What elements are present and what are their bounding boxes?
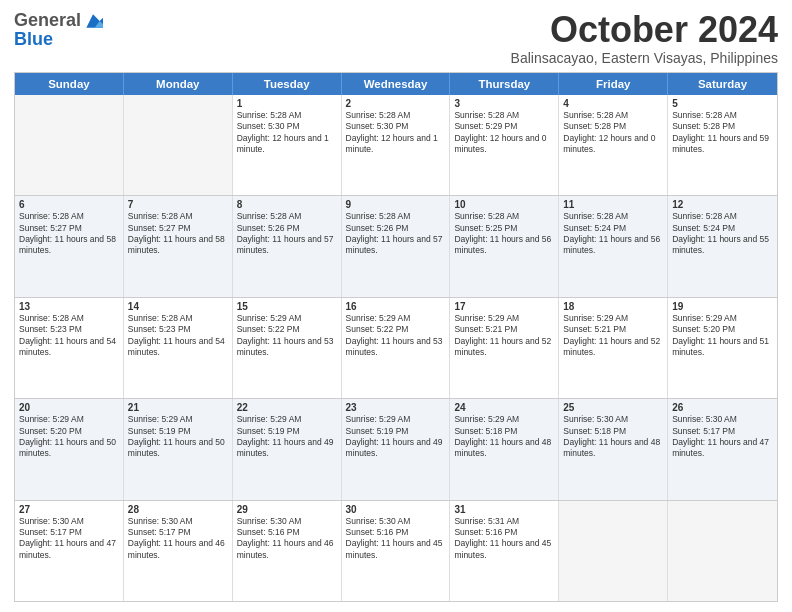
day-number: 25 (563, 402, 663, 413)
cell-info: Sunrise: 5:29 AMSunset: 5:19 PMDaylight:… (237, 414, 337, 460)
header-monday: Monday (124, 73, 233, 95)
cal-cell-0-3: 2 Sunrise: 5:28 AMSunset: 5:30 PMDayligh… (342, 95, 451, 195)
cal-cell-2-4: 17 Sunrise: 5:29 AMSunset: 5:21 PMDaylig… (450, 298, 559, 398)
calendar-row-2: 13 Sunrise: 5:28 AMSunset: 5:23 PMDaylig… (15, 297, 777, 398)
day-number: 10 (454, 199, 554, 210)
day-number: 19 (672, 301, 773, 312)
logo-icon (83, 11, 103, 31)
day-number: 13 (19, 301, 119, 312)
day-number: 31 (454, 504, 554, 515)
cal-cell-3-4: 24 Sunrise: 5:29 AMSunset: 5:18 PMDaylig… (450, 399, 559, 499)
cal-cell-3-6: 26 Sunrise: 5:30 AMSunset: 5:17 PMDaylig… (668, 399, 777, 499)
calendar-body: 1 Sunrise: 5:28 AMSunset: 5:30 PMDayligh… (15, 95, 777, 601)
cell-info: Sunrise: 5:31 AMSunset: 5:16 PMDaylight:… (454, 516, 554, 562)
cell-info: Sunrise: 5:30 AMSunset: 5:16 PMDaylight:… (346, 516, 446, 562)
cell-info: Sunrise: 5:29 AMSunset: 5:20 PMDaylight:… (672, 313, 773, 359)
cal-cell-1-1: 7 Sunrise: 5:28 AMSunset: 5:27 PMDayligh… (124, 196, 233, 296)
cal-cell-1-4: 10 Sunrise: 5:28 AMSunset: 5:25 PMDaylig… (450, 196, 559, 296)
day-number: 8 (237, 199, 337, 210)
cal-cell-3-1: 21 Sunrise: 5:29 AMSunset: 5:19 PMDaylig… (124, 399, 233, 499)
page: General Blue October 2024 Balinsacayao, … (0, 0, 792, 612)
cell-info: Sunrise: 5:29 AMSunset: 5:22 PMDaylight:… (237, 313, 337, 359)
header: General Blue October 2024 Balinsacayao, … (14, 10, 778, 66)
cell-info: Sunrise: 5:28 AMSunset: 5:30 PMDaylight:… (346, 110, 446, 156)
cal-cell-0-4: 3 Sunrise: 5:28 AMSunset: 5:29 PMDayligh… (450, 95, 559, 195)
cell-info: Sunrise: 5:29 AMSunset: 5:21 PMDaylight:… (454, 313, 554, 359)
cell-info: Sunrise: 5:29 AMSunset: 5:21 PMDaylight:… (563, 313, 663, 359)
cell-info: Sunrise: 5:28 AMSunset: 5:24 PMDaylight:… (563, 211, 663, 257)
cal-cell-0-0 (15, 95, 124, 195)
cal-cell-2-1: 14 Sunrise: 5:28 AMSunset: 5:23 PMDaylig… (124, 298, 233, 398)
day-number: 1 (237, 98, 337, 109)
cal-cell-4-6 (668, 501, 777, 601)
header-thursday: Thursday (450, 73, 559, 95)
day-number: 11 (563, 199, 663, 210)
day-number: 12 (672, 199, 773, 210)
logo: General Blue (14, 10, 103, 50)
cell-info: Sunrise: 5:29 AMSunset: 5:19 PMDaylight:… (346, 414, 446, 460)
day-number: 28 (128, 504, 228, 515)
logo-general-text: General (14, 10, 81, 31)
cal-cell-1-2: 8 Sunrise: 5:28 AMSunset: 5:26 PMDayligh… (233, 196, 342, 296)
day-number: 26 (672, 402, 773, 413)
cell-info: Sunrise: 5:28 AMSunset: 5:30 PMDaylight:… (237, 110, 337, 156)
cal-cell-1-6: 12 Sunrise: 5:28 AMSunset: 5:24 PMDaylig… (668, 196, 777, 296)
cal-cell-0-2: 1 Sunrise: 5:28 AMSunset: 5:30 PMDayligh… (233, 95, 342, 195)
day-number: 4 (563, 98, 663, 109)
cal-cell-2-0: 13 Sunrise: 5:28 AMSunset: 5:23 PMDaylig… (15, 298, 124, 398)
title-block: October 2024 Balinsacayao, Eastern Visay… (511, 10, 778, 66)
logo-blue-text: Blue (14, 29, 53, 49)
cell-info: Sunrise: 5:30 AMSunset: 5:17 PMDaylight:… (128, 516, 228, 562)
cal-cell-0-1 (124, 95, 233, 195)
cell-info: Sunrise: 5:28 AMSunset: 5:28 PMDaylight:… (563, 110, 663, 156)
cell-info: Sunrise: 5:28 AMSunset: 5:26 PMDaylight:… (346, 211, 446, 257)
cal-cell-1-3: 9 Sunrise: 5:28 AMSunset: 5:26 PMDayligh… (342, 196, 451, 296)
cell-info: Sunrise: 5:28 AMSunset: 5:26 PMDaylight:… (237, 211, 337, 257)
day-number: 7 (128, 199, 228, 210)
header-saturday: Saturday (668, 73, 777, 95)
cal-cell-4-1: 28 Sunrise: 5:30 AMSunset: 5:17 PMDaylig… (124, 501, 233, 601)
cal-cell-4-4: 31 Sunrise: 5:31 AMSunset: 5:16 PMDaylig… (450, 501, 559, 601)
calendar: Sunday Monday Tuesday Wednesday Thursday… (14, 72, 778, 602)
day-number: 9 (346, 199, 446, 210)
calendar-row-4: 27 Sunrise: 5:30 AMSunset: 5:17 PMDaylig… (15, 500, 777, 601)
cal-cell-0-6: 5 Sunrise: 5:28 AMSunset: 5:28 PMDayligh… (668, 95, 777, 195)
header-tuesday: Tuesday (233, 73, 342, 95)
cal-cell-2-6: 19 Sunrise: 5:29 AMSunset: 5:20 PMDaylig… (668, 298, 777, 398)
cell-info: Sunrise: 5:28 AMSunset: 5:27 PMDaylight:… (19, 211, 119, 257)
day-number: 23 (346, 402, 446, 413)
cell-info: Sunrise: 5:28 AMSunset: 5:23 PMDaylight:… (19, 313, 119, 359)
cell-info: Sunrise: 5:28 AMSunset: 5:23 PMDaylight:… (128, 313, 228, 359)
day-number: 3 (454, 98, 554, 109)
header-sunday: Sunday (15, 73, 124, 95)
subtitle: Balinsacayao, Eastern Visayas, Philippin… (511, 50, 778, 66)
cell-info: Sunrise: 5:28 AMSunset: 5:29 PMDaylight:… (454, 110, 554, 156)
cell-info: Sunrise: 5:29 AMSunset: 5:22 PMDaylight:… (346, 313, 446, 359)
cal-cell-4-2: 29 Sunrise: 5:30 AMSunset: 5:16 PMDaylig… (233, 501, 342, 601)
calendar-row-0: 1 Sunrise: 5:28 AMSunset: 5:30 PMDayligh… (15, 95, 777, 195)
day-number: 6 (19, 199, 119, 210)
day-number: 21 (128, 402, 228, 413)
cal-cell-3-0: 20 Sunrise: 5:29 AMSunset: 5:20 PMDaylig… (15, 399, 124, 499)
cell-info: Sunrise: 5:29 AMSunset: 5:18 PMDaylight:… (454, 414, 554, 460)
cal-cell-2-3: 16 Sunrise: 5:29 AMSunset: 5:22 PMDaylig… (342, 298, 451, 398)
day-number: 5 (672, 98, 773, 109)
calendar-row-1: 6 Sunrise: 5:28 AMSunset: 5:27 PMDayligh… (15, 195, 777, 296)
calendar-row-3: 20 Sunrise: 5:29 AMSunset: 5:20 PMDaylig… (15, 398, 777, 499)
cal-cell-4-3: 30 Sunrise: 5:30 AMSunset: 5:16 PMDaylig… (342, 501, 451, 601)
cell-info: Sunrise: 5:30 AMSunset: 5:18 PMDaylight:… (563, 414, 663, 460)
day-number: 16 (346, 301, 446, 312)
cal-cell-4-0: 27 Sunrise: 5:30 AMSunset: 5:17 PMDaylig… (15, 501, 124, 601)
cal-cell-3-3: 23 Sunrise: 5:29 AMSunset: 5:19 PMDaylig… (342, 399, 451, 499)
day-number: 20 (19, 402, 119, 413)
header-wednesday: Wednesday (342, 73, 451, 95)
day-number: 30 (346, 504, 446, 515)
cal-cell-4-5 (559, 501, 668, 601)
cal-cell-2-2: 15 Sunrise: 5:29 AMSunset: 5:22 PMDaylig… (233, 298, 342, 398)
cell-info: Sunrise: 5:28 AMSunset: 5:25 PMDaylight:… (454, 211, 554, 257)
day-number: 17 (454, 301, 554, 312)
day-number: 2 (346, 98, 446, 109)
cell-info: Sunrise: 5:30 AMSunset: 5:16 PMDaylight:… (237, 516, 337, 562)
cell-info: Sunrise: 5:29 AMSunset: 5:20 PMDaylight:… (19, 414, 119, 460)
day-number: 29 (237, 504, 337, 515)
